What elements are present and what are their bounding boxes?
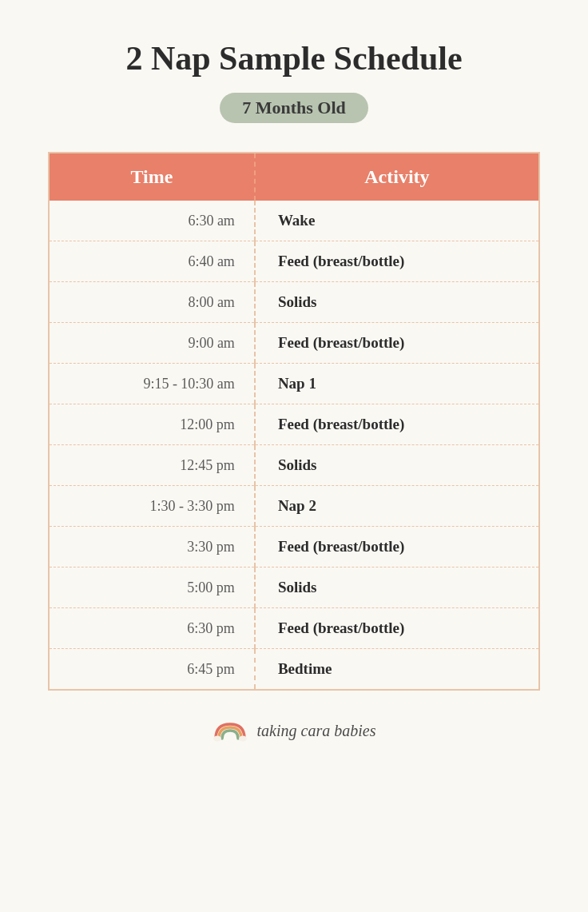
cell-activity: Feed (breast/bottle) <box>255 241 539 282</box>
page-title: 2 Nap Sample Schedule <box>125 38 462 78</box>
rainbow-icon <box>213 719 248 742</box>
cell-time: 8:00 am <box>49 282 255 323</box>
cell-time: 6:30 am <box>49 201 255 241</box>
cell-activity: Feed (breast/bottle) <box>255 527 539 568</box>
cell-activity: Nap 1 <box>255 364 539 404</box>
cell-time: 12:00 pm <box>49 404 255 445</box>
table-row: 3:30 pmFeed (breast/bottle) <box>49 527 539 568</box>
schedule-table: Time Activity 6:30 amWake6:40 amFeed (br… <box>48 152 540 691</box>
cell-time: 12:45 pm <box>49 445 255 486</box>
table-row: 9:00 amFeed (breast/bottle) <box>49 323 539 364</box>
cell-activity: Feed (breast/bottle) <box>255 404 539 445</box>
col-activity-header: Activity <box>255 153 539 201</box>
table-row: 12:00 pmFeed (breast/bottle) <box>49 404 539 445</box>
table-row: 6:30 pmFeed (breast/bottle) <box>49 608 539 649</box>
age-badge: 7 Months Old <box>220 93 368 123</box>
cell-activity: Solids <box>255 282 539 323</box>
cell-activity: Wake <box>255 201 539 241</box>
cell-activity: Solids <box>255 568 539 608</box>
cell-time: 6:40 am <box>49 241 255 282</box>
col-time-header: Time <box>49 153 255 201</box>
table-row: 6:30 amWake <box>49 201 539 241</box>
cell-activity: Nap 2 <box>255 486 539 527</box>
table-header-row: Time Activity <box>49 153 539 201</box>
cell-time: 6:45 pm <box>49 649 255 691</box>
table-row: 5:00 pmSolids <box>49 568 539 608</box>
cell-activity: Solids <box>255 445 539 486</box>
svg-point-1 <box>239 736 247 742</box>
footer: taking cara babies <box>213 719 376 742</box>
brand-name: taking cara babies <box>257 722 376 740</box>
cell-activity: Feed (breast/bottle) <box>255 608 539 649</box>
table-row: 6:40 amFeed (breast/bottle) <box>49 241 539 282</box>
cell-time: 3:30 pm <box>49 527 255 568</box>
table-row: 9:15 - 10:30 amNap 1 <box>49 364 539 404</box>
table-row: 12:45 pmSolids <box>49 445 539 486</box>
svg-point-0 <box>213 736 221 742</box>
card: 2 Nap Sample Schedule 7 Months Old Time … <box>0 0 588 912</box>
table-row: 6:45 pmBedtime <box>49 649 539 691</box>
cell-activity: Feed (breast/bottle) <box>255 323 539 364</box>
cell-time: 9:00 am <box>49 323 255 364</box>
cell-activity: Bedtime <box>255 649 539 691</box>
table-row: 8:00 amSolids <box>49 282 539 323</box>
cell-time: 5:00 pm <box>49 568 255 608</box>
cell-time: 1:30 - 3:30 pm <box>49 486 255 527</box>
cell-time: 9:15 - 10:30 am <box>49 364 255 404</box>
cell-time: 6:30 pm <box>49 608 255 649</box>
table-row: 1:30 - 3:30 pmNap 2 <box>49 486 539 527</box>
